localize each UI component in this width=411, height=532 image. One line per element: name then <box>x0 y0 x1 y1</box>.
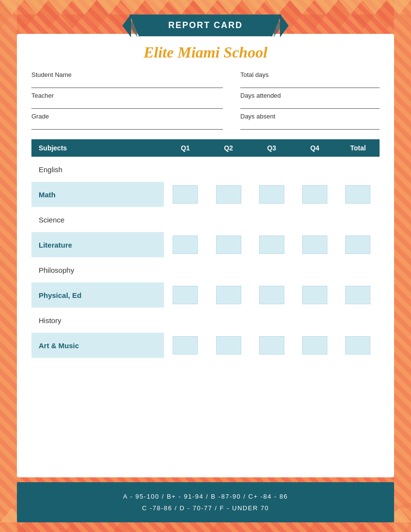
total-days-line <box>240 79 380 88</box>
total-days-label: Total days <box>240 71 380 78</box>
q3-grade-cell <box>250 182 293 207</box>
days-absent-line <box>240 121 380 130</box>
teacher-label: Teacher <box>31 92 223 99</box>
subject-name-cell: Math <box>31 182 164 207</box>
q1-header: Q1 <box>164 139 207 157</box>
total-grade-cell <box>337 257 380 282</box>
q2-header: Q2 <box>207 139 250 157</box>
info-left: Student Name Teacher Grade <box>31 71 223 130</box>
info-section: Student Name Teacher Grade Total days <box>31 71 380 130</box>
grade-label: Grade <box>31 113 223 120</box>
q2-grade-cell <box>207 182 250 207</box>
grade-box <box>259 286 284 304</box>
total-days-field: Total days <box>240 71 380 88</box>
q3-grade-cell <box>250 232 293 257</box>
subject-name-cell: English <box>31 157 164 182</box>
subject-name-cell: History <box>31 308 164 333</box>
main-card: Elite Miami School Student Name Teacher … <box>17 34 394 477</box>
total-grade-cell <box>337 232 380 257</box>
table-header-row: Subjects Q1 Q2 Q3 Q4 Total <box>31 139 380 157</box>
table-row: Math <box>31 182 380 207</box>
grade-line <box>31 121 223 130</box>
q3-grade-cell <box>250 282 293 308</box>
table-row: Philosophy <box>31 257 380 282</box>
q1-grade-cell <box>164 207 207 232</box>
q1-grade-cell <box>164 333 207 358</box>
q4-grade-cell <box>293 182 336 207</box>
info-right: Total days Days attended Days absent <box>240 71 380 130</box>
q3-header: Q3 <box>250 139 293 157</box>
banner-header: REPORT CARD <box>139 15 272 36</box>
footer-line1: A - 95-100 / B+ - 91-94 / B -87-90 / C+ … <box>27 491 384 502</box>
grade-box <box>259 236 284 254</box>
teacher-line <box>31 100 223 109</box>
subject-name-cell: Art & Music <box>31 333 164 358</box>
q3-grade-cell <box>250 157 293 182</box>
school-name: Elite Miami School <box>31 44 380 61</box>
q2-grade-cell <box>207 232 250 257</box>
subject-name-cell: Science <box>31 207 164 232</box>
footer-bar: A - 95-100 / B+ - 91-94 / B -87-90 / C+ … <box>17 482 394 522</box>
q4-grade-cell <box>293 157 336 182</box>
banner-shape: REPORT CARD <box>139 15 272 36</box>
q3-grade-cell <box>250 333 293 358</box>
grade-box <box>216 286 241 304</box>
subjects-header: Subjects <box>31 139 164 157</box>
table-row: Art & Music <box>31 333 380 358</box>
q4-grade-cell <box>293 232 336 257</box>
grade-box <box>259 185 284 204</box>
q1-grade-cell <box>164 232 207 257</box>
total-header: Total <box>337 139 380 157</box>
grade-box <box>216 236 241 254</box>
q4-grade-cell <box>293 282 336 308</box>
grade-box <box>302 185 327 204</box>
grade-field: Grade <box>31 113 223 130</box>
total-grade-cell <box>337 207 380 232</box>
banner-title: REPORT CARD <box>168 20 243 30</box>
table-row: Science <box>31 207 380 232</box>
q1-grade-cell <box>164 157 207 182</box>
q2-grade-cell <box>207 157 250 182</box>
days-attended-label: Days attended <box>240 92 380 99</box>
teacher-field: Teacher <box>31 92 223 109</box>
student-name-field: Student Name <box>31 71 223 88</box>
days-absent-field: Days absent <box>240 113 380 130</box>
days-attended-field: Days attended <box>240 92 380 109</box>
table-row: Literature <box>31 232 380 257</box>
grade-box <box>173 185 198 204</box>
q1-grade-cell <box>164 282 207 308</box>
q4-grade-cell <box>293 333 336 358</box>
grade-box <box>302 336 327 355</box>
grade-box <box>345 236 370 254</box>
grade-box <box>302 286 327 304</box>
q3-grade-cell <box>250 308 293 333</box>
grade-box <box>345 336 370 355</box>
q4-grade-cell <box>293 308 336 333</box>
total-grade-cell <box>337 157 380 182</box>
subject-name-cell: Literature <box>31 232 164 257</box>
grade-box <box>216 336 241 355</box>
student-name-line <box>31 79 223 88</box>
q2-grade-cell <box>207 282 250 308</box>
page-wrapper: REPORT CARD Elite Miami School Student N… <box>0 0 411 532</box>
q2-grade-cell <box>207 308 250 333</box>
q2-grade-cell <box>207 257 250 282</box>
subject-name-cell: Physical, Ed <box>31 282 164 308</box>
q4-grade-cell <box>293 257 336 282</box>
days-attended-line <box>240 100 380 109</box>
table-row: History <box>31 308 380 333</box>
grade-box <box>259 336 284 355</box>
q2-grade-cell <box>207 333 250 358</box>
total-grade-cell <box>337 282 380 308</box>
total-grade-cell <box>337 333 380 358</box>
grade-box <box>173 336 198 355</box>
table-row: Physical, Ed <box>31 282 380 308</box>
q2-grade-cell <box>207 207 250 232</box>
subject-name-cell: Philosophy <box>31 257 164 282</box>
grade-box <box>345 286 370 304</box>
q3-grade-cell <box>250 207 293 232</box>
grade-box <box>173 286 198 304</box>
q3-grade-cell <box>250 257 293 282</box>
q1-grade-cell <box>164 257 207 282</box>
q1-grade-cell <box>164 308 207 333</box>
